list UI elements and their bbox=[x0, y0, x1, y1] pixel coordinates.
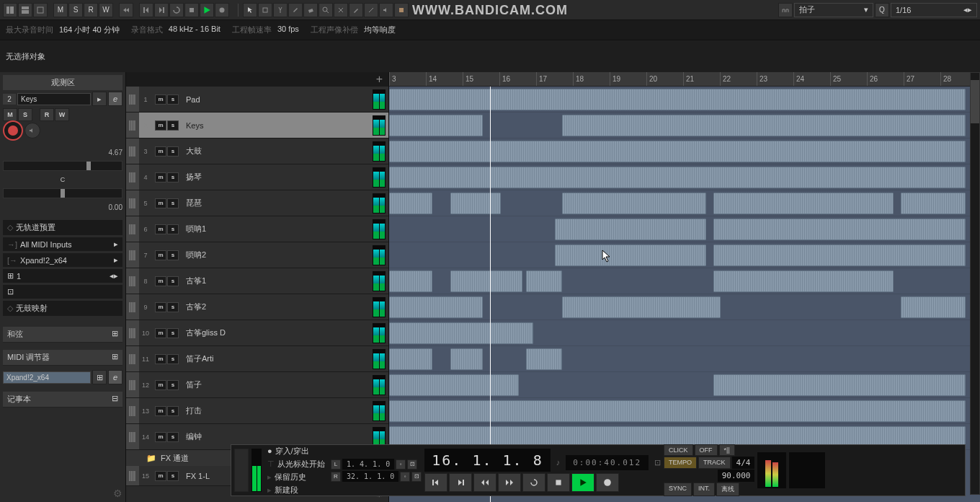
track-mute-btn[interactable]: m bbox=[155, 432, 166, 442]
track-row[interactable]: 12 ms 笛子 bbox=[126, 372, 388, 398]
midi-clip[interactable] bbox=[713, 374, 966, 396]
tool-range[interactable] bbox=[258, 3, 272, 17]
insp-plugin-ui-btn[interactable]: ⊞ bbox=[92, 370, 107, 384]
track-solo-btn[interactable]: s bbox=[167, 172, 179, 182]
tp-forward[interactable] bbox=[498, 473, 521, 492]
track-handle-icon[interactable] bbox=[126, 320, 139, 345]
insp-plugin-edit-btn[interactable]: e bbox=[108, 370, 122, 384]
track-mute-btn[interactable]: m bbox=[155, 172, 166, 182]
insp-track-name[interactable]: Keys bbox=[17, 93, 91, 105]
timeline-ruler[interactable]: 3141516171819202122232425262728 bbox=[389, 72, 980, 87]
tp-click-btn[interactable]: CLICK bbox=[664, 444, 693, 456]
track-solo-btn[interactable]: s bbox=[167, 250, 179, 260]
track-handle-icon[interactable] bbox=[126, 164, 139, 190]
midi-clip[interactable] bbox=[901, 296, 966, 318]
midi-clip[interactable] bbox=[562, 296, 721, 318]
midi-clip[interactable] bbox=[389, 400, 966, 422]
track-name[interactable]: 编钟 bbox=[182, 431, 373, 442]
tp-goto-start[interactable] bbox=[424, 473, 447, 492]
track-mute-btn[interactable]: m bbox=[155, 120, 166, 131]
track-row[interactable]: 7 ms 唢呐2 bbox=[126, 242, 388, 268]
midi-clip[interactable] bbox=[450, 348, 483, 370]
insp-edit-instrument[interactable]: ⊡ bbox=[3, 285, 122, 299]
midi-clip[interactable] bbox=[450, 270, 522, 292]
playhead[interactable] bbox=[490, 87, 491, 502]
track-handle-icon[interactable] bbox=[126, 294, 139, 320]
tool-split[interactable] bbox=[273, 3, 288, 17]
track-name[interactable]: 古筝gliss D bbox=[182, 327, 373, 338]
track-row[interactable]: 6 ms 唢呐1 bbox=[126, 216, 388, 242]
track-name[interactable]: 古筝1 bbox=[182, 276, 373, 286]
track-name[interactable]: 打击 bbox=[182, 405, 373, 416]
insp-record-enable[interactable] bbox=[3, 120, 23, 141]
track-solo-btn[interactable]: s bbox=[167, 302, 179, 312]
tp-precount-btn[interactable]: *|| bbox=[719, 444, 735, 456]
track-mute-btn[interactable]: m bbox=[155, 250, 166, 260]
panel-btn-3[interactable] bbox=[33, 3, 48, 17]
track-row[interactable]: 11 ms 笛子Arti bbox=[126, 346, 388, 372]
midi-clip[interactable] bbox=[450, 193, 501, 214]
track-mute-btn[interactable]: m bbox=[155, 406, 166, 416]
tool-play[interactable] bbox=[379, 3, 393, 17]
tool-glue[interactable] bbox=[288, 3, 303, 17]
mute-all-btn[interactable]: M bbox=[53, 3, 68, 17]
midi-clip[interactable] bbox=[713, 270, 894, 292]
track-handle-icon[interactable] bbox=[126, 138, 139, 164]
insp-midi-mod-section[interactable]: MIDI 调节器⊞ bbox=[3, 350, 122, 366]
midi-clip[interactable] bbox=[389, 89, 966, 110]
tp-opt-newpart[interactable]: ▸新建段 bbox=[264, 484, 328, 496]
solo-all-btn[interactable]: S bbox=[68, 3, 83, 17]
track-name[interactable]: 唢呐1 bbox=[182, 224, 373, 234]
track-name[interactable]: 琵琶 bbox=[182, 198, 373, 208]
midi-clip[interactable] bbox=[562, 193, 706, 214]
insp-chord-section[interactable]: 和弦⊞ bbox=[3, 327, 122, 343]
track-name[interactable]: Keys bbox=[182, 121, 373, 130]
track-mute-btn[interactable]: m bbox=[155, 354, 166, 364]
tp-left-locator-val[interactable]: 1. 4. 1. 0 bbox=[342, 459, 394, 470]
transport-loop-btn[interactable] bbox=[169, 3, 184, 17]
tp-pre-btn[interactable]: ◦ bbox=[396, 459, 406, 470]
track-solo-btn[interactable]: s bbox=[167, 224, 179, 234]
track-mute-btn[interactable]: m bbox=[155, 224, 166, 234]
midi-clip[interactable] bbox=[562, 115, 966, 136]
track-mute-btn[interactable]: m bbox=[155, 198, 166, 208]
track-solo-btn[interactable]: s bbox=[167, 432, 179, 442]
midi-clip[interactable] bbox=[713, 193, 894, 214]
track-solo-btn[interactable]: s bbox=[167, 146, 179, 157]
auto-scroll-btn[interactable] bbox=[119, 3, 133, 17]
insp-solo-btn[interactable]: S bbox=[18, 108, 32, 121]
track-handle-icon[interactable] bbox=[126, 113, 139, 138]
insp-menu-btn[interactable]: ▸ bbox=[92, 92, 107, 106]
track-handle-icon[interactable] bbox=[126, 398, 139, 423]
track-solo-btn[interactable]: s bbox=[167, 94, 179, 105]
insp-instrument-out[interactable]: [→Xpand!2_x64▸ bbox=[3, 253, 122, 268]
track-mute-btn[interactable]: m bbox=[155, 94, 166, 105]
track-solo-btn[interactable]: s bbox=[167, 328, 179, 338]
tp-opt-cursor[interactable]: ⊤从光标处开始 bbox=[264, 458, 328, 470]
midi-clip[interactable] bbox=[389, 296, 483, 318]
transport-stop-btn[interactable] bbox=[184, 3, 199, 17]
tp-sig-value[interactable]: 4/4 bbox=[732, 457, 755, 469]
tp-play[interactable] bbox=[571, 473, 594, 492]
insp-channel[interactable]: ⊞1◂▸ bbox=[3, 269, 122, 283]
gear-icon[interactable]: ⚙ bbox=[3, 488, 122, 499]
track-mute-btn[interactable]: m bbox=[155, 471, 166, 481]
tp-right-locator-btn[interactable]: R bbox=[331, 472, 341, 482]
tp-sync-state[interactable]: INT. bbox=[693, 483, 715, 496]
track-handle-icon[interactable] bbox=[126, 268, 139, 294]
snap-on-btn[interactable] bbox=[778, 3, 793, 17]
track-handle-icon[interactable] bbox=[126, 190, 139, 216]
midi-clip[interactable] bbox=[713, 245, 966, 266]
insp-volume-value[interactable]: 4.67 bbox=[109, 149, 122, 157]
insp-volume-slider[interactable] bbox=[3, 161, 122, 171]
transport-end-btn[interactable] bbox=[154, 3, 169, 17]
tp-tempo-state[interactable]: TRACK bbox=[698, 457, 731, 469]
tool-erase[interactable] bbox=[303, 3, 318, 17]
midi-clip[interactable] bbox=[389, 374, 519, 396]
track-row[interactable]: 10 ms 古筝gliss D bbox=[126, 320, 388, 346]
tp-secondary-time[interactable]: 0:00:40.012 bbox=[566, 455, 649, 470]
clips-area[interactable] bbox=[389, 87, 980, 502]
read-all-btn[interactable]: R bbox=[84, 3, 98, 17]
track-handle-icon[interactable] bbox=[126, 466, 139, 485]
track-solo-btn[interactable]: s bbox=[167, 276, 179, 286]
